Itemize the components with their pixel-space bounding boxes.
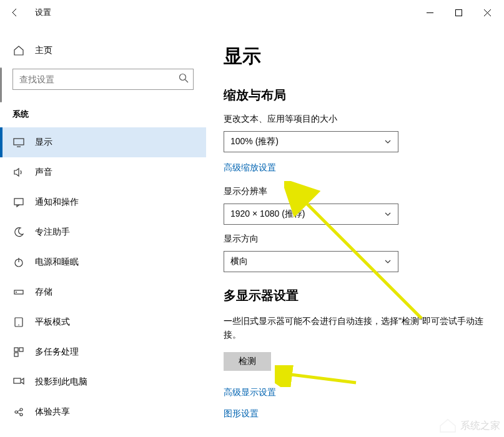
section-multi-title: 多显示器设置 — [224, 287, 487, 304]
svg-rect-15 — [14, 348, 18, 351]
back-button[interactable] — [2, 0, 27, 25]
svg-rect-1 — [455, 9, 462, 16]
monitor-icon — [12, 137, 25, 148]
svg-rect-18 — [14, 378, 21, 383]
sidebar-home[interactable]: 主页 — [0, 40, 206, 61]
nav-label: 多任务处理 — [35, 346, 79, 358]
home-icon — [12, 45, 25, 56]
nav-label: 体验共享 — [35, 406, 70, 418]
chevron-down-icon — [384, 138, 392, 145]
svg-rect-17 — [14, 353, 18, 356]
detect-button[interactable]: 检测 — [224, 352, 271, 371]
maximize-icon — [455, 9, 462, 16]
window-title: 设置 — [35, 7, 51, 18]
sidebar-scrollbar[interactable] — [0, 67, 2, 102]
orientation-value: 横向 — [230, 256, 248, 267]
arrow-left-icon — [10, 7, 20, 17]
advanced-display-link[interactable]: 高级显示设置 — [224, 387, 276, 398]
resolution-label: 显示分辨率 — [224, 186, 487, 197]
svg-point-21 — [20, 413, 22, 416]
sidebar-item-storage[interactable]: 存储 — [0, 277, 206, 307]
resolution-dropdown[interactable]: 1920 × 1080 (推荐) — [224, 204, 398, 225]
storage-icon — [12, 287, 25, 298]
page-title: 显示 — [224, 44, 487, 69]
notification-icon — [12, 197, 25, 208]
window-controls — [415, 2, 502, 22]
nav-label: 专注助手 — [35, 227, 70, 238]
sidebar-item-focus-assist[interactable]: 专注助手 — [0, 217, 206, 247]
sidebar-item-notifications[interactable]: 通知和操作 — [0, 187, 206, 217]
graphics-settings-link[interactable]: 图形设置 — [224, 408, 259, 420]
chevron-down-icon — [384, 210, 392, 218]
svg-rect-16 — [19, 348, 23, 351]
watermark: 系统之家 — [439, 418, 500, 433]
svg-line-22 — [17, 410, 20, 411]
project-icon — [12, 376, 25, 388]
nav-label: 平板模式 — [35, 317, 70, 328]
svg-point-20 — [20, 408, 22, 411]
svg-line-5 — [185, 80, 189, 83]
svg-point-14 — [18, 325, 19, 326]
share-icon — [12, 406, 25, 418]
minimize-icon — [427, 9, 433, 16]
nav-label: 显示 — [35, 137, 52, 148]
sidebar-item-share[interactable]: 体验共享 — [0, 397, 206, 427]
close-button[interactable] — [473, 2, 502, 22]
moon-icon — [12, 227, 25, 238]
watermark-text: 系统之家 — [460, 420, 500, 433]
sidebar: 主页 系统 显示 声音 通知和操作 专注助手 电源和 — [0, 25, 206, 437]
scale-label: 更改文本、应用等项目的大小 — [224, 114, 487, 125]
nav-label: 声音 — [35, 167, 52, 178]
nav-label: 电源和睡眠 — [35, 257, 79, 268]
search-input[interactable] — [12, 69, 194, 90]
nav-label: 投影到此电脑 — [35, 376, 87, 388]
content-area: 显示 缩放与布局 更改文本、应用等项目的大小 100% (推荐) 高级缩放设置 … — [206, 25, 504, 437]
sidebar-item-multitask[interactable]: 多任务处理 — [0, 337, 206, 367]
nav-label: 存储 — [35, 287, 52, 298]
power-icon — [12, 257, 25, 268]
sidebar-item-display[interactable]: 显示 — [0, 127, 206, 157]
svg-point-12 — [16, 292, 17, 293]
svg-point-4 — [180, 74, 186, 81]
sidebar-item-tablet[interactable]: 平板模式 — [0, 307, 206, 337]
resolution-value: 1920 × 1080 (推荐) — [230, 209, 305, 220]
house-icon — [439, 418, 457, 433]
svg-rect-8 — [14, 199, 23, 205]
minimize-button[interactable] — [415, 2, 444, 22]
svg-line-23 — [17, 413, 20, 414]
sidebar-item-project[interactable]: 投影到此电脑 — [0, 367, 206, 397]
svg-point-19 — [15, 411, 17, 413]
multi-display-description: 一些旧式显示器可能不会进行自动连接，选择"检测"即可尝试手动连接。 — [224, 314, 487, 342]
scale-dropdown[interactable]: 100% (推荐) — [224, 131, 398, 152]
svg-rect-6 — [14, 139, 24, 145]
orientation-label: 显示方向 — [224, 233, 487, 245]
section-scale-title: 缩放与布局 — [224, 87, 487, 104]
sidebar-home-label: 主页 — [35, 45, 52, 56]
scale-value: 100% (推荐) — [230, 136, 279, 147]
sidebar-item-sound[interactable]: 声音 — [0, 157, 206, 187]
sound-icon — [12, 167, 25, 178]
chevron-down-icon — [384, 258, 392, 265]
orientation-dropdown[interactable]: 横向 — [224, 251, 398, 272]
sidebar-item-power[interactable]: 电源和睡眠 — [0, 247, 206, 277]
advanced-scale-link[interactable]: 高级缩放设置 — [224, 162, 276, 174]
search-wrap — [12, 69, 194, 90]
sidebar-section-label: 系统 — [0, 102, 206, 127]
titlebar: 设置 — [0, 0, 504, 25]
close-icon — [484, 9, 491, 16]
multitask-icon — [12, 346, 25, 358]
maximize-button[interactable] — [444, 2, 473, 22]
search-icon — [179, 73, 189, 86]
nav-label: 通知和操作 — [35, 197, 79, 208]
tablet-icon — [12, 317, 25, 328]
